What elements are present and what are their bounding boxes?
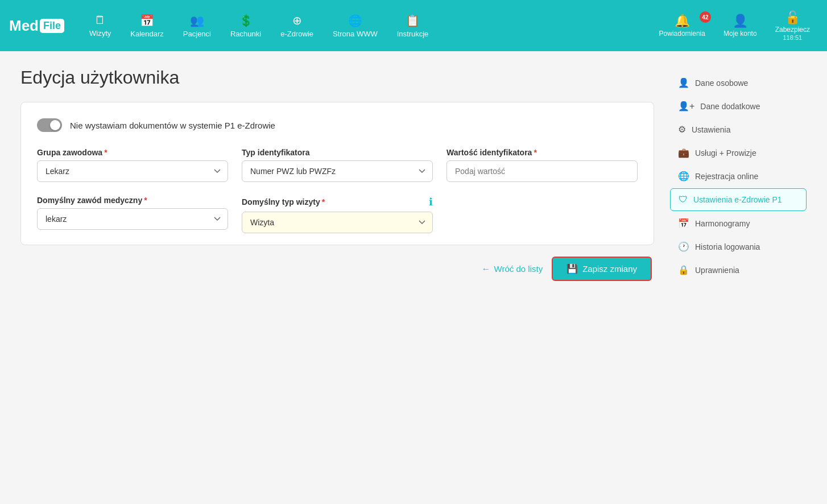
- logo-file-text: File: [40, 19, 64, 33]
- shield-plus-icon: 🛡: [679, 195, 688, 205]
- gear-icon: ⚙: [678, 124, 686, 135]
- nav-kalendarz[interactable]: 📅 Kalendarz: [121, 9, 173, 43]
- typ-identyfikatora-select[interactable]: Numer PWZ lub PWZFz PESEL: [242, 160, 433, 182]
- actions-row: ← Wróć do listy 💾 Zapisz zmiany: [20, 257, 654, 281]
- grupa-zawodowa-select[interactable]: Lekarz Pielęgniarka: [37, 160, 228, 182]
- uprawnienia-label: Uprawnienia: [695, 266, 739, 275]
- ezdrowie-label: e-Zdrowie: [280, 30, 313, 38]
- typ-identyfikatora-label: Typ identyfikatora: [242, 148, 433, 157]
- form-row-1: Grupa zawodowa * Lekarz Pielęgniarka Typ…: [37, 148, 638, 182]
- page-title: Edycja użytkownika: [20, 67, 654, 88]
- ustawienia-ezdrowie-label: Ustawienia e-Zdrowie P1: [693, 195, 782, 204]
- save-button[interactable]: 💾 Zapisz zmiany: [552, 257, 652, 281]
- strona-www-label: Strona WWW: [333, 30, 378, 38]
- globe-icon: 🌐: [678, 171, 689, 181]
- moje-konto-button[interactable]: 👤 Moje konto: [716, 9, 765, 42]
- arrow-left-icon: ←: [482, 264, 491, 274]
- required-star-3: *: [144, 196, 147, 205]
- domyslny-typ-wizyty-group: Domyślny typ wizyty * ℹ Wizyta Konsultac…: [242, 196, 433, 233]
- clock-icon: 🕐: [678, 241, 689, 252]
- wizyty-icon: 🗒: [94, 14, 106, 27]
- bell-icon: 🔔: [675, 14, 690, 28]
- dane-dodatkowe-label: Dane dodatkowe: [700, 102, 760, 111]
- ustawienia-label: Ustawienia: [692, 125, 730, 134]
- required-star-2: *: [534, 148, 536, 157]
- required-star-4: *: [322, 197, 325, 206]
- nav-instrukcje[interactable]: 📋 Instrukcje: [388, 9, 438, 43]
- toggle-thumb: [50, 120, 60, 130]
- pacjenci-label: Pacjenci: [183, 30, 211, 38]
- domyslny-zawod-label: Domyślny zawód medyczny *: [37, 196, 228, 205]
- sidebar-item-uslugi[interactable]: 💼 Usługi + Prowizje: [670, 142, 807, 164]
- toggle-row: Nie wystawiam dokumentów w systemie P1 e…: [37, 118, 638, 132]
- domyslny-typ-wizyty-select[interactable]: Wizyta Konsultacja: [242, 212, 433, 233]
- nav-items: 🗒 Wizyty 📅 Kalendarz 👥 Pacjenci 💲 Rachun…: [80, 9, 651, 43]
- logo[interactable]: Med File: [9, 17, 64, 35]
- back-button[interactable]: ← Wróć do listy: [482, 264, 543, 274]
- kalendarz-label: Kalendarz: [130, 30, 164, 38]
- domyslny-zawod-select[interactable]: lekarz pielęgniarka: [37, 208, 228, 230]
- zabezpiecz-label: Zabezpiecz: [775, 26, 810, 34]
- content-area: Edycja użytkownika Nie wystawiam dokumen…: [20, 67, 654, 490]
- harmonogramy-label: Harmonogramy: [695, 219, 750, 228]
- wartosc-identyfikatora-group: Wartość identyfikatora *: [446, 148, 638, 182]
- nav-pacjenci[interactable]: 👥 Pacjenci: [174, 9, 220, 43]
- toggle-label: Nie wystawiam dokumentów w systemie P1 e…: [70, 121, 275, 130]
- person-plus-icon: 👤+: [678, 101, 694, 111]
- sidebar: 👤 Dane osobowe 👤+ Dane dodatkowe ⚙ Ustaw…: [670, 67, 807, 490]
- domyslny-zawod-group: Domyślny zawód medyczny * lekarz pielęgn…: [37, 196, 228, 230]
- typ-identyfikatora-group: Typ identyfikatora Numer PWZ lub PWZFz P…: [242, 148, 433, 182]
- form-card: Nie wystawiam dokumentów w systemie P1 e…: [20, 102, 654, 245]
- historia-label: Historia logowania: [695, 242, 760, 251]
- back-label: Wróć do listy: [494, 264, 543, 274]
- toggle-switch[interactable]: [37, 118, 62, 132]
- info-icon[interactable]: ℹ: [429, 196, 433, 208]
- required-star: *: [104, 148, 107, 157]
- logo-med-text: Med: [9, 17, 39, 35]
- nav-rachunki[interactable]: 💲 Rachunki: [221, 9, 270, 43]
- nav-ezdrowie[interactable]: ⊕ e-Zdrowie: [271, 9, 322, 43]
- rachunki-label: Rachunki: [230, 30, 261, 38]
- wizyty-label: Wizyty: [89, 29, 111, 38]
- moje-konto-label: Moje konto: [723, 30, 757, 38]
- navbar-right: 42 🔔 Powiadomienia 👤 Moje konto 🔓 Zabezp…: [651, 6, 818, 46]
- account-icon: 👤: [733, 14, 748, 28]
- person-icon: 👤: [678, 77, 689, 88]
- domyslny-typ-wizyty-label: Domyślny typ wizyty *: [242, 197, 325, 206]
- dane-osobowe-label: Dane osobowe: [695, 79, 748, 88]
- wartosc-identyfikatora-input[interactable]: [446, 160, 638, 182]
- wartosc-identyfikatora-label: Wartość identyfikatora *: [446, 148, 638, 157]
- powiadomienia-button[interactable]: 42 🔔 Powiadomienia: [651, 9, 713, 42]
- ezdrowie-icon: ⊕: [292, 14, 302, 27]
- sidebar-item-uprawnienia[interactable]: 🔒 Uprawnienia: [670, 259, 807, 281]
- powiadomienia-label: Powiadomienia: [659, 30, 705, 38]
- instrukcje-label: Instrukcje: [397, 30, 429, 38]
- calendar-icon: 📅: [678, 218, 689, 229]
- zabezpiecz-time: 118:51: [783, 34, 802, 41]
- briefcase-icon: 💼: [678, 147, 689, 158]
- zabezpiecz-button[interactable]: 🔓 Zabezpiecz 118:51: [767, 6, 818, 46]
- strona-www-icon: 🌐: [348, 14, 362, 27]
- nav-wizyty[interactable]: 🗒 Wizyty: [80, 9, 120, 42]
- rachunki-icon: 💲: [239, 14, 253, 27]
- main-layout: Edycja użytkownika Nie wystawiam dokumen…: [0, 51, 827, 504]
- sidebar-item-dane-dodatkowe[interactable]: 👤+ Dane dodatkowe: [670, 95, 807, 117]
- sidebar-item-harmonogramy[interactable]: 📅 Harmonogramy: [670, 212, 807, 234]
- sidebar-item-rejestracja[interactable]: 🌐 Rejestracja online: [670, 165, 807, 187]
- rejestracja-label: Rejestracja online: [695, 172, 758, 181]
- save-icon: 💾: [567, 263, 578, 274]
- sidebar-item-historia[interactable]: 🕐 Historia logowania: [670, 236, 807, 258]
- lock-icon: 🔓: [785, 10, 800, 25]
- lock-closed-icon: 🔒: [678, 265, 689, 275]
- sidebar-item-ustawienia-ezdrowie[interactable]: 🛡 Ustawienia e-Zdrowie P1: [670, 188, 807, 211]
- instrukcje-icon: 📋: [406, 14, 420, 27]
- kalendarz-icon: 📅: [140, 14, 154, 27]
- grupa-zawodowa-group: Grupa zawodowa * Lekarz Pielęgniarka: [37, 148, 228, 182]
- sidebar-item-dane-osobowe[interactable]: 👤 Dane osobowe: [670, 72, 807, 94]
- form-row-2: Domyślny zawód medyczny * lekarz pielęgn…: [37, 196, 638, 233]
- notification-badge: 42: [700, 11, 711, 23]
- sidebar-item-ustawienia[interactable]: ⚙ Ustawienia: [670, 118, 807, 141]
- navbar: Med File 🗒 Wizyty 📅 Kalendarz 👥 Pacjenci…: [0, 0, 827, 51]
- nav-strona-www[interactable]: 🌐 Strona WWW: [324, 9, 387, 43]
- pacjenci-icon: 👥: [190, 14, 204, 27]
